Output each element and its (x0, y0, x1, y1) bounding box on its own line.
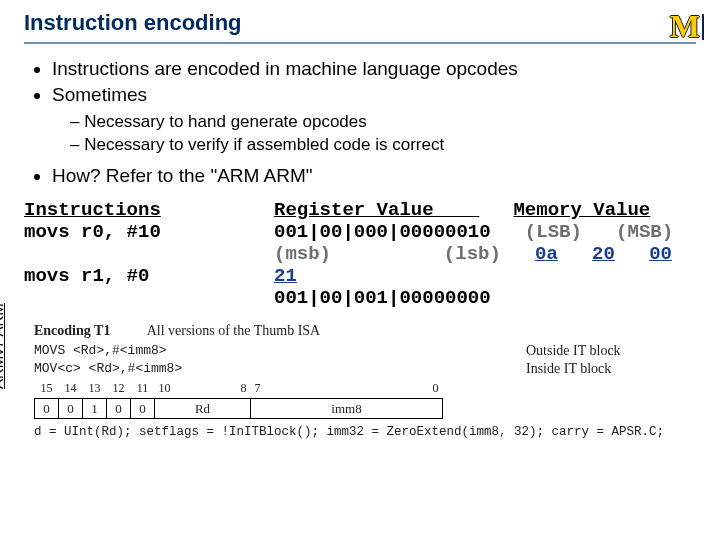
bc-imm: imm8 (251, 399, 443, 419)
instruction-1: movs r0, #10 (24, 221, 254, 243)
mem-lsb-label: (LSB) (525, 221, 582, 243)
bc-2: 1 (83, 399, 107, 419)
bc-3: 0 (107, 399, 131, 419)
bh-14: 14 (59, 379, 83, 399)
syntax-2: MOV<c> <Rd>,#<imm8> (34, 361, 182, 377)
encoding-top-row: Encoding T1 All versions of the Thumb IS… (34, 323, 696, 339)
logo-bar (702, 14, 704, 40)
bit-header-row: 15 14 13 12 11 10 8 7 0 (35, 379, 443, 399)
syntax-row-2: MOV<c> <Rd>,#<imm8> Inside IT block (34, 361, 696, 377)
encoding-label: Encoding T1 (34, 323, 110, 338)
encoding-content: Encoding T1 All versions of the Thumb IS… (34, 323, 696, 440)
bullet-2-sublist: Necessary to hand generate opcodes Neces… (70, 111, 696, 157)
lsb-label: (lsb) (444, 243, 501, 265)
bc-4: 0 (131, 399, 155, 419)
title-underline (24, 42, 696, 44)
bit-table: 15 14 13 12 11 10 8 7 0 0 0 1 0 0 Rd imm… (34, 379, 443, 420)
bullet-list: Instructions are encoded in machine lang… (52, 56, 696, 189)
bc-0: 0 (35, 399, 59, 419)
values-header: Register Value Memory Value (274, 199, 696, 221)
bh-0: 0 (347, 379, 443, 399)
register-value-2: 001|00|001|00000000 (274, 287, 696, 309)
bullet-1: Instructions are encoded in machine lang… (52, 56, 696, 82)
instruction-2: movs r1, #0 (24, 265, 254, 287)
bh-15: 15 (35, 379, 59, 399)
bh-13: 13 (83, 379, 107, 399)
bullet-2-text: Sometimes (52, 84, 147, 105)
bullet-2a: Necessary to hand generate opcodes (70, 111, 696, 134)
logo-letter: M (670, 8, 698, 45)
msb-label: (msb) (274, 243, 331, 265)
slide-title: Instruction encoding (24, 10, 696, 36)
bullet-2b: Necessary to verify if assembled code is… (70, 134, 696, 157)
hex-c: 00 (649, 243, 672, 265)
value-row-mid: (msb) (lsb) 0a 20 00 21 (274, 243, 696, 287)
encoding-pseudocode: d = UInt(Rd); setflags = !InITBlock(); i… (34, 425, 696, 439)
register-value-1: 001|00|000|00000010 (274, 221, 491, 243)
memory-value-header: Memory Value (513, 199, 650, 221)
encoding-left: Encoding T1 All versions of the Thumb IS… (34, 323, 320, 339)
university-logo: M (670, 8, 704, 45)
bullet-3: How? Refer to the "ARM ARM" (52, 163, 696, 189)
encoding-desc: All versions of the Thumb ISA (147, 323, 321, 338)
hex-b: 20 (592, 243, 615, 265)
code-example-row: Instructions movs r0, #10 movs r1, #0 Re… (24, 199, 696, 309)
mem-msb-label: (MSB) (616, 221, 673, 243)
value-row-1: 001|00|000|00000010 (LSB) (MSB) (274, 221, 696, 243)
bit-value-row: 0 0 1 0 0 Rd imm8 (35, 399, 443, 419)
bc-rd: Rd (155, 399, 251, 419)
values-column: Register Value Memory Value 001|00|000|0… (274, 199, 696, 309)
instructions-header: Instructions (24, 199, 254, 221)
bc-1: 0 (59, 399, 83, 419)
encoding-diagram: ARMv7 ARM Encoding T1 All versions of th… (24, 323, 696, 440)
bh-8: 8 (211, 379, 251, 399)
hex-d: 21 (274, 265, 297, 287)
note-1: Outside IT block (526, 343, 696, 359)
bh-11: 11 (131, 379, 155, 399)
bh-12: 12 (107, 379, 131, 399)
note-2: Inside IT block (526, 361, 696, 377)
armv7-label: ARMv7 ARM (0, 303, 6, 389)
hex-a: 0a (535, 243, 558, 265)
bullet-2: Sometimes Necessary to hand generate opc… (52, 82, 696, 158)
syntax-1: MOVS <Rd>,#<imm8> (34, 343, 167, 359)
instructions-column: Instructions movs r0, #10 movs r1, #0 (24, 199, 254, 309)
bh-7: 7 (251, 379, 347, 399)
bh-10: 10 (155, 379, 211, 399)
register-value-header: Register Value (274, 199, 479, 221)
syntax-row-1: MOVS <Rd>,#<imm8> Outside IT block (34, 343, 696, 359)
